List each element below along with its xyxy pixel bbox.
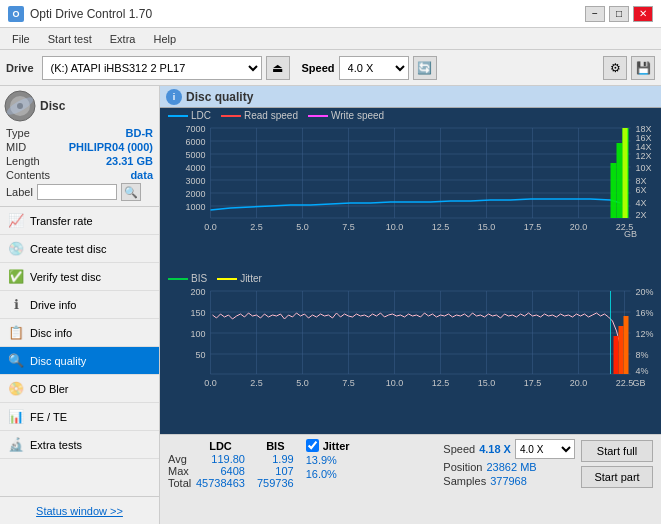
svg-text:6000: 6000 [185,137,205,147]
svg-text:17.5: 17.5 [524,378,542,388]
total-bis-value: 759736 [257,477,306,489]
svg-text:5.0: 5.0 [296,378,309,388]
speed-select[interactable]: 4.0 X [339,56,409,80]
stats-row: LDC BIS Avg 119.80 1.99 Max 6408 107 T [160,435,661,493]
refresh-button[interactable]: 🔄 [413,56,437,80]
title-bar: O Opti Drive Control 1.70 − □ ✕ [0,0,661,28]
svg-text:200: 200 [190,287,205,297]
samples-value: 377968 [490,475,527,487]
disc-svg-icon [4,90,36,122]
eject-button[interactable]: ⏏ [266,56,290,80]
sidebar: Disc Type BD-R MID PHILIPR04 (000) Lengt… [0,86,160,524]
ldc-legend-color [168,115,188,117]
drive-info-icon: ℹ [8,297,24,313]
drive-select[interactable]: (K:) ATAPI iHBS312 2 PL17 [42,56,262,80]
disc-mid-value: PHILIPR04 (000) [69,141,153,153]
main-layout: Disc Type BD-R MID PHILIPR04 (000) Lengt… [0,86,661,524]
sidebar-item-label: Drive info [30,299,76,311]
svg-text:0.0: 0.0 [204,378,217,388]
sidebar-item-cd-bler[interactable]: 📀 CD Bler [0,375,159,403]
drive-label: Drive [6,62,34,74]
save-button[interactable]: 💾 [631,56,655,80]
menu-bar: File Start test Extra Help [0,28,661,50]
sidebar-item-fe-te[interactable]: 📊 FE / TE [0,403,159,431]
svg-text:7.5: 7.5 [342,378,355,388]
svg-rect-90 [614,336,619,374]
svg-text:15.0: 15.0 [478,222,496,232]
total-ldc-value: 45738463 [196,477,257,489]
svg-rect-92 [624,316,629,374]
svg-text:5000: 5000 [185,150,205,160]
settings-button[interactable]: ⚙ [603,56,627,80]
svg-rect-51 [617,143,623,218]
svg-text:12X: 12X [636,151,652,161]
sidebar-item-label: Disc info [30,327,72,339]
sidebar-item-label: Extra tests [30,439,82,451]
svg-text:10.0: 10.0 [386,222,404,232]
max-bis-value: 107 [257,465,306,477]
write-speed-legend-color [308,115,328,117]
sidebar-item-disc-info[interactable]: 📋 Disc info [0,319,159,347]
svg-text:12.5: 12.5 [432,222,450,232]
avg-row-label: Avg [168,453,196,465]
position-label: Position [443,461,482,473]
chart2-svg: 200 150 100 50 20% 16% 12% 8% 4% 0.0 2.5… [160,286,661,391]
svg-text:0.0: 0.0 [204,222,217,232]
disc-mid-label: MID [6,141,26,153]
sidebar-item-label: CD Bler [30,383,69,395]
sidebar-item-drive-info[interactable]: ℹ Drive info [0,291,159,319]
chart2-legend: BIS Jitter [160,271,661,286]
disc-quality-icon: 🔍 [8,353,24,369]
disc-label-input[interactable] [37,184,117,200]
status-window-link[interactable]: Status window >> [0,496,159,524]
start-part-button[interactable]: Start part [581,466,653,488]
sidebar-item-transfer-rate[interactable]: 📈 Transfer rate [0,207,159,235]
maximize-button[interactable]: □ [609,6,629,22]
ldc-legend-label: LDC [191,110,211,121]
disc-label-label: Label [6,186,33,198]
chart1-svg: 7000 6000 5000 4000 3000 2000 1000 18X 1… [160,123,661,238]
create-test-disc-icon: 💿 [8,241,24,257]
speed-value-stat: 4.18 X [479,443,511,455]
samples-label: Samples [443,475,486,487]
disc-label-button[interactable]: 🔍 [121,183,141,201]
sidebar-item-create-test-disc[interactable]: 💿 Create test disc [0,235,159,263]
menu-start-test[interactable]: Start test [40,31,100,47]
disc-section-label: Disc [40,99,65,113]
minimize-button[interactable]: − [585,6,605,22]
svg-text:20%: 20% [636,287,654,297]
sidebar-item-label: Verify test disc [30,271,101,283]
speed-select-stat[interactable]: 4.0 X [515,439,575,459]
sidebar-item-verify-test-disc[interactable]: ✅ Verify test disc [0,263,159,291]
disc-quality-header: i Disc quality [160,86,661,108]
start-full-button[interactable]: Start full [581,440,653,462]
status-window-label: Status window >> [36,505,123,517]
speed-position-section: Speed 4.18 X 4.0 X Position 23862 MB Sam… [443,439,581,489]
sidebar-item-extra-tests[interactable]: 🔬 Extra tests [0,431,159,459]
bis-col-header: BIS [257,439,306,453]
sidebar-item-disc-quality[interactable]: 🔍 Disc quality [0,347,159,375]
svg-text:7000: 7000 [185,124,205,134]
close-button[interactable]: ✕ [633,6,653,22]
menu-extra[interactable]: Extra [102,31,144,47]
svg-text:2.5: 2.5 [250,378,263,388]
svg-text:1000: 1000 [185,202,205,212]
jitter-checkbox[interactable] [306,439,319,452]
svg-rect-4 [161,123,661,238]
svg-text:10.0: 10.0 [386,378,404,388]
menu-file[interactable]: File [4,31,38,47]
read-speed-legend-color [221,115,241,117]
menu-help[interactable]: Help [145,31,184,47]
svg-text:12%: 12% [636,329,654,339]
svg-text:GB: GB [633,378,646,388]
svg-rect-91 [619,326,624,374]
svg-text:100: 100 [190,329,205,339]
svg-text:10X: 10X [636,163,652,173]
disc-contents-label: Contents [6,169,50,181]
toolbar: Drive (K:) ATAPI iHBS312 2 PL17 ⏏ Speed … [0,50,661,86]
bis-legend-color [168,278,188,280]
svg-text:6X: 6X [636,185,647,195]
disc-panel: Disc Type BD-R MID PHILIPR04 (000) Lengt… [0,86,159,207]
svg-text:2X: 2X [636,210,647,220]
avg-jitter-value: 13.9% [306,454,444,466]
